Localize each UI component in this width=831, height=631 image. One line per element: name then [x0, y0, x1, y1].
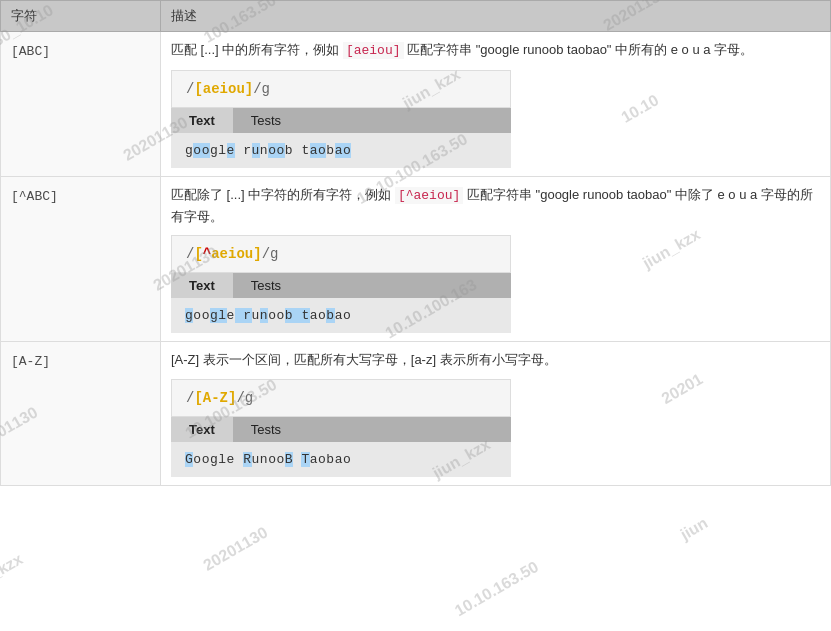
main-table: 字符 描述 [ABC]匹配 [...] 中的所有字符，例如 [aeiou] 匹配… [0, 0, 831, 486]
table-header: 字符 描述 [1, 1, 831, 32]
header-description: 描述 [161, 1, 831, 32]
tab-tests[interactable]: Tests [233, 273, 299, 298]
header-symbol: 字符 [1, 1, 161, 32]
desc-cell: 匹配除了 [...] 中字符的所有字符，例如 [^aeiou] 匹配字符串 "g… [161, 176, 831, 342]
symbol-cell: [A-Z] [1, 342, 161, 486]
table-row: [A-Z][A-Z] 表示一个区间，匹配所有大写字母，[a-z] 表示所有小写字… [1, 342, 831, 486]
desc-text: [A-Z] 表示一个区间，匹配所有大写字母，[a-z] 表示所有小写字母。 [171, 350, 820, 371]
tab-text[interactable]: Text [171, 273, 233, 298]
regex-block: /[A-Z]/gTextTestsGoogle RunooB Taobao [171, 379, 820, 477]
text-result: google runoob taobao [171, 133, 511, 168]
table-row: [ABC]匹配 [...] 中的所有字符，例如 [aeiou] 匹配字符串 "g… [1, 32, 831, 177]
regex-block: /[^aeiou]/gTextTestsgoogle runoob taobao [171, 235, 820, 333]
regex-display: /[aeiou]/g [171, 70, 511, 108]
desc-cell: 匹配 [...] 中的所有字符，例如 [aeiou] 匹配字符串 "google… [161, 32, 831, 177]
symbol-cell: [^ABC] [1, 176, 161, 342]
text-result: google runoob taobao [171, 298, 511, 333]
tabs-bar: TextTests [171, 108, 511, 133]
regex-block: /[aeiou]/gTextTestsgoogle runoob taobao [171, 70, 820, 168]
symbol-cell: [ABC] [1, 32, 161, 177]
tab-text[interactable]: Text [171, 417, 233, 442]
regex-display: /[^aeiou]/g [171, 235, 511, 273]
table-row: [^ABC]匹配除了 [...] 中字符的所有字符，例如 [^aeiou] 匹配… [1, 176, 831, 342]
tabs-bar: TextTests [171, 417, 511, 442]
tab-tests[interactable]: Tests [233, 108, 299, 133]
tab-tests[interactable]: Tests [233, 417, 299, 442]
tabs-bar: TextTests [171, 273, 511, 298]
desc-text: 匹配 [...] 中的所有字符，例如 [aeiou] 匹配字符串 "google… [171, 40, 820, 62]
desc-text: 匹配除了 [...] 中字符的所有字符，例如 [^aeiou] 匹配字符串 "g… [171, 185, 820, 228]
desc-cell: [A-Z] 表示一个区间，匹配所有大写字母，[a-z] 表示所有小写字母。/[A… [161, 342, 831, 486]
tab-text[interactable]: Text [171, 108, 233, 133]
regex-display: /[A-Z]/g [171, 379, 511, 417]
text-result: Google RunooB Taobao [171, 442, 511, 477]
